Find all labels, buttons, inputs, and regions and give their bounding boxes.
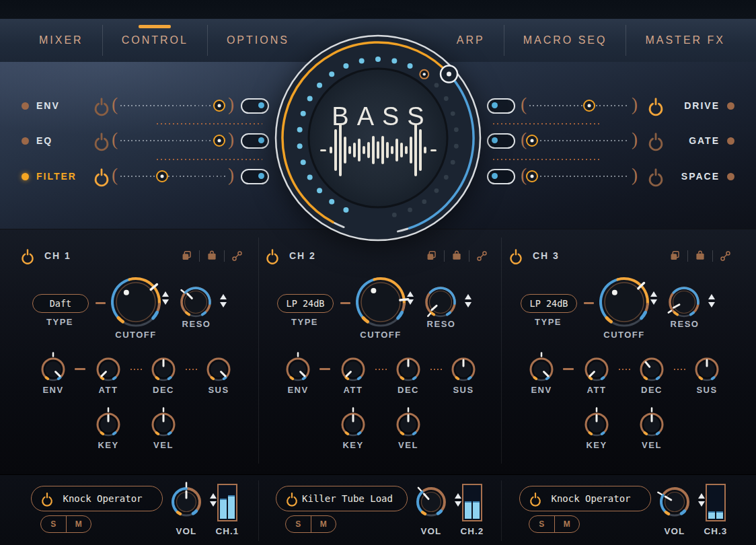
reso-knob[interactable] [664, 282, 704, 322]
volume-knob[interactable] [412, 483, 450, 521]
copy-icon[interactable] [425, 250, 438, 262]
master-macro-knob[interactable]: BASS [270, 30, 486, 246]
filter-type-select[interactable]: Daft [32, 294, 89, 313]
env-knob[interactable] [527, 355, 556, 384]
channel-power-button[interactable] [20, 248, 35, 263]
slider-handle[interactable] [526, 170, 538, 182]
key-knob[interactable] [582, 410, 611, 439]
space-toggle[interactable] [487, 169, 515, 184]
step-up-icon[interactable] [650, 291, 657, 297]
step-up-icon[interactable] [708, 294, 715, 299]
link-icon[interactable] [719, 250, 732, 262]
slider-handle[interactable] [213, 135, 225, 147]
preset-selector[interactable]: Knock Operator [31, 486, 163, 511]
tab-master-fx[interactable]: MASTER FX [626, 19, 744, 62]
mute-button[interactable]: M [554, 516, 580, 532]
mute-button[interactable]: M [66, 516, 91, 532]
space-amount-slider[interactable] [528, 170, 630, 182]
preset-power-button[interactable] [40, 492, 54, 505]
step-down-icon[interactable] [220, 302, 227, 307]
sus-knob[interactable] [692, 355, 722, 384]
key-knob[interactable] [93, 410, 123, 439]
drive-amount-slider[interactable] [528, 100, 630, 112]
att-knob[interactable] [338, 355, 368, 384]
preset-selector[interactable]: Killer Tube Load [276, 486, 408, 511]
mute-button[interactable]: M [311, 516, 336, 532]
gate-amount-slider[interactable] [528, 135, 630, 147]
step-down-icon[interactable] [465, 302, 471, 307]
volume-knob[interactable] [167, 483, 205, 521]
volume-stepper[interactable] [454, 493, 462, 507]
tab-macro-seq[interactable]: MACRO SEQ [504, 19, 626, 62]
filter-type-select[interactable]: LP 24dB [521, 294, 577, 313]
slider-handle[interactable] [213, 100, 225, 112]
slider-handle[interactable] [526, 135, 538, 147]
cutoff-stepper[interactable] [650, 291, 658, 305]
step-down-icon[interactable] [650, 299, 657, 305]
channel-power-button[interactable] [508, 248, 523, 263]
tab-mixer[interactable]: MIXER [20, 19, 102, 62]
drive-toggle[interactable] [487, 98, 515, 114]
dec-knob[interactable] [393, 355, 423, 384]
preset-power-button[interactable] [285, 492, 299, 505]
eq-power-button[interactable] [93, 132, 110, 149]
att-knob[interactable] [93, 355, 123, 384]
step-down-icon[interactable] [407, 299, 414, 305]
vel-knob[interactable] [393, 410, 423, 439]
gate-toggle[interactable] [487, 133, 515, 149]
step-down-icon[interactable] [698, 501, 705, 507]
cutoff-knob[interactable] [348, 270, 413, 334]
reso-knob[interactable] [420, 282, 461, 322]
filter-amount-slider[interactable] [119, 170, 227, 182]
step-up-icon[interactable] [465, 294, 471, 299]
env-amount-slider[interactable] [119, 100, 227, 112]
cutoff-knob[interactable] [592, 270, 656, 334]
solo-button[interactable]: S [41, 516, 66, 532]
env-power-button[interactable] [93, 97, 110, 114]
dec-knob[interactable] [149, 355, 178, 384]
copy-icon[interactable] [180, 250, 193, 262]
step-up-icon[interactable] [210, 493, 217, 499]
tab-control[interactable]: CONTROL [103, 19, 207, 62]
eq-toggle[interactable] [241, 133, 269, 149]
preset-selector[interactable]: Knock Operator [519, 486, 651, 511]
step-down-icon[interactable] [708, 302, 715, 307]
filter-toggle[interactable] [241, 169, 269, 184]
key-knob[interactable] [338, 410, 368, 439]
step-up-icon[interactable] [455, 493, 461, 499]
sus-knob[interactable] [204, 355, 233, 384]
vel-knob[interactable] [149, 410, 178, 439]
filter-power-button[interactable] [93, 168, 110, 185]
cutoff-stepper[interactable] [406, 291, 414, 305]
volume-knob[interactable] [656, 483, 693, 521]
solo-button[interactable]: S [286, 516, 311, 532]
reso-knob[interactable] [176, 282, 216, 322]
step-up-icon[interactable] [220, 294, 227, 299]
volume-stepper[interactable] [209, 493, 217, 507]
step-down-icon[interactable] [210, 501, 217, 507]
vel-knob[interactable] [637, 410, 667, 439]
gate-power-button[interactable] [647, 132, 665, 149]
solo-button[interactable]: S [529, 516, 554, 532]
att-knob[interactable] [582, 355, 611, 384]
paste-icon[interactable] [206, 250, 218, 262]
cutoff-knob[interactable] [104, 270, 168, 334]
paste-icon[interactable] [451, 250, 463, 262]
env-knob[interactable] [38, 355, 68, 384]
drive-power-button[interactable] [647, 97, 665, 114]
link-icon[interactable] [231, 250, 243, 262]
step-down-icon[interactable] [455, 501, 461, 507]
sus-knob[interactable] [449, 355, 478, 384]
filter-type-select[interactable]: LP 24dB [277, 294, 334, 313]
step-up-icon[interactable] [698, 493, 705, 499]
env-knob[interactable] [283, 355, 313, 384]
volume-stepper[interactable] [697, 493, 706, 507]
step-up-icon[interactable] [407, 291, 414, 297]
env-toggle[interactable] [241, 98, 269, 114]
slider-handle[interactable] [583, 100, 595, 112]
slider-handle[interactable] [156, 170, 168, 182]
space-power-button[interactable] [647, 168, 665, 185]
eq-amount-slider[interactable] [119, 135, 227, 147]
copy-icon[interactable] [669, 250, 681, 262]
preset-power-button[interactable] [529, 492, 542, 505]
